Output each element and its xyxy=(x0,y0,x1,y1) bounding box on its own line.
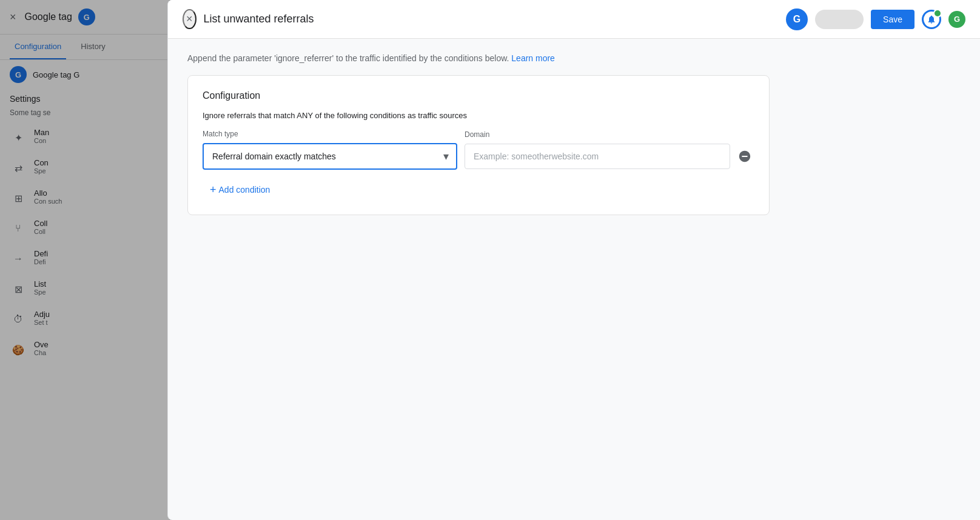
user-avatar[interactable]: G xyxy=(948,11,965,28)
modal-header: × List unwanted referrals G Save G xyxy=(168,0,980,39)
modal-gtag-icon: G xyxy=(786,8,808,30)
match-type-select-wrapper: Referral domain exactly matches Referral… xyxy=(203,143,457,170)
add-condition-label: Add condition xyxy=(219,185,270,195)
match-type-select[interactable]: Referral domain exactly matches Referral… xyxy=(204,144,456,168)
learn-more-link[interactable]: Learn more xyxy=(511,53,555,63)
match-type-group: Match type Referral domain exactly match… xyxy=(203,130,457,170)
notification-icon[interactable] xyxy=(922,10,941,29)
description-text: Append the parameter 'ignore_referrer' t… xyxy=(187,53,961,63)
notification-dot xyxy=(933,9,942,18)
modal-panel: × List unwanted referrals G Save G Appen… xyxy=(167,0,980,520)
domain-input-wrapper xyxy=(465,144,754,169)
match-type-label: Match type xyxy=(203,130,457,138)
domain-label: Domain xyxy=(465,130,754,139)
domain-input[interactable] xyxy=(465,144,730,169)
modal-close-button[interactable]: × xyxy=(183,9,196,29)
ignore-referrals-label: Ignore referrals that match ANY of the f… xyxy=(203,111,754,120)
minus-circle-icon xyxy=(738,150,751,163)
remove-condition-button[interactable] xyxy=(735,147,754,166)
modal-body: Append the parameter 'ignore_referrer' t… xyxy=(168,39,980,520)
modal-account-pill xyxy=(815,10,864,29)
config-card: Configuration Ignore referrals that matc… xyxy=(187,75,770,215)
plus-icon: + xyxy=(210,184,216,195)
modal-title: List unwanted referrals xyxy=(204,13,779,25)
add-condition-button[interactable]: + Add condition xyxy=(203,179,277,200)
config-card-title: Configuration xyxy=(203,90,754,101)
conditions-row: Match type Referral domain exactly match… xyxy=(203,130,754,170)
domain-group: Domain xyxy=(465,130,754,169)
save-button[interactable]: Save xyxy=(871,10,915,29)
